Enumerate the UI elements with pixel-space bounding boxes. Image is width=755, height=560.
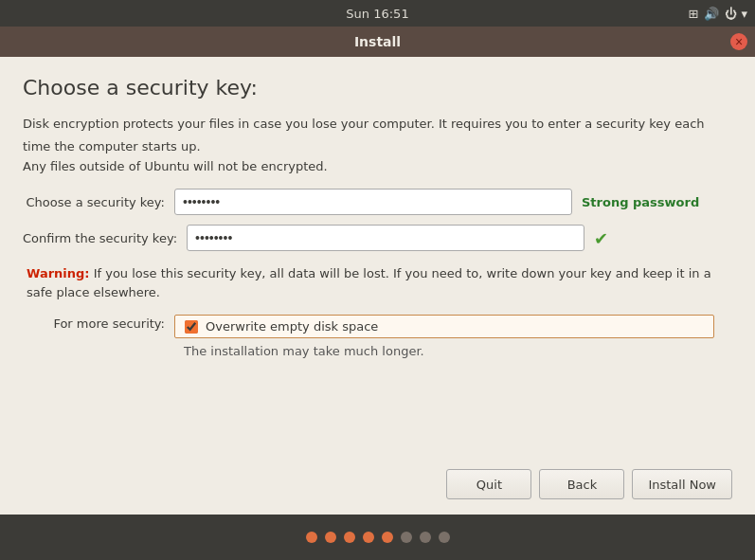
confirm-key-row: Confirm the security key: ✔ — [23, 225, 732, 251]
security-key-row: Choose a security key: Strong password — [23, 189, 732, 215]
dot-6 — [401, 532, 412, 543]
title-bar: Install — [0, 27, 755, 57]
checkmark-icon: ✔ — [594, 228, 608, 248]
dot-1 — [306, 532, 317, 543]
confirm-key-label: Confirm the security key: — [23, 231, 187, 245]
dot-2 — [325, 532, 336, 543]
overwrite-row: For more security: Overwrite empty disk … — [23, 315, 732, 338]
back-button[interactable]: Back — [539, 469, 624, 499]
description-line1: Disk encryption protects your files in c… — [23, 115, 732, 134]
page-heading: Choose a security key: — [23, 76, 732, 99]
dot-8 — [439, 532, 450, 543]
installation-note: The installation may take much longer. — [184, 344, 732, 358]
dot-3 — [344, 532, 355, 543]
system-tray: ⊞ 🔊 ⏻ ▾ — [688, 7, 747, 21]
clock: Sun 16:51 — [346, 7, 408, 21]
main-content: Choose a security key: Disk encryption p… — [0, 57, 755, 515]
password-strength: Strong password — [582, 195, 699, 209]
warning-text: Warning: If you lose this security key, … — [27, 264, 728, 301]
warning-label: Warning: — [27, 266, 90, 280]
confirm-key-input[interactable] — [187, 225, 584, 251]
overwrite-label: Overwrite empty disk space — [206, 319, 378, 334]
security-key-input[interactable] — [174, 189, 572, 215]
window-title: Install — [354, 34, 401, 49]
description-line3: Any files outside of Ubuntu will not be … — [23, 159, 732, 173]
quit-button[interactable]: Quit — [446, 469, 531, 499]
install-now-button[interactable]: Install Now — [632, 469, 732, 499]
network-icon: ⊞ — [688, 7, 698, 21]
warning-body: If you lose this security key, all data … — [27, 266, 711, 299]
security-key-label: Choose a security key: — [23, 195, 174, 209]
warning-row: Warning: If you lose this security key, … — [23, 264, 732, 301]
security-for-label: For more security: — [23, 315, 174, 331]
dot-4 — [363, 532, 374, 543]
volume-icon: 🔊 — [704, 7, 719, 21]
overwrite-checkbox[interactable] — [185, 320, 198, 334]
close-button[interactable] — [730, 33, 747, 50]
power-icon[interactable]: ⏻ ▾ — [725, 7, 747, 21]
progress-dots — [0, 515, 755, 560]
description-line2: time the computer starts up. — [23, 137, 732, 156]
buttons-row: Quit Back Install Now — [23, 469, 732, 499]
top-bar: Sun 16:51 ⊞ 🔊 ⏻ ▾ — [0, 0, 755, 27]
checkbox-container: Overwrite empty disk space — [174, 315, 714, 338]
dot-7 — [420, 532, 431, 543]
dot-5 — [382, 532, 393, 543]
